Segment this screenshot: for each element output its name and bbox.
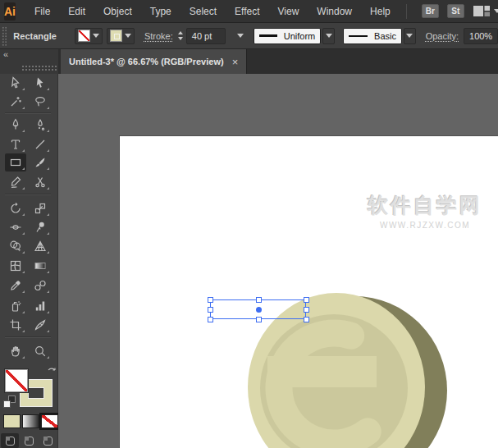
tool-selection[interactable] [5, 74, 26, 92]
blend-tool-icon [34, 279, 47, 292]
opacity-label[interactable]: Opacity: [426, 31, 459, 41]
tool-puppet-warp[interactable] [30, 218, 51, 236]
stroke-weight-label[interactable]: Stroke: [144, 31, 173, 41]
tool-column-graph[interactable] [30, 297, 51, 315]
fill-color-control[interactable] [75, 28, 103, 44]
tool-paintbrush[interactable] [30, 153, 51, 171]
document-tab[interactable]: Untitled-3* @ 66.67% (RGB/Preview) × [61, 49, 247, 74]
selection-handle-middle-right[interactable] [304, 307, 309, 313]
selection-marquee[interactable] [210, 299, 306, 319]
tool-shaper[interactable] [5, 173, 26, 191]
menu-select[interactable]: Select [180, 0, 226, 23]
selection-handle-middle-left[interactable] [208, 307, 213, 313]
menu-window[interactable]: Window [308, 0, 361, 23]
tool-shape-builder[interactable] [5, 237, 26, 255]
tool-symbol-sprayer[interactable] [5, 297, 26, 315]
control-bar: Rectangle Stroke: 40 pt Uniform Basic [0, 23, 498, 49]
menu-edit[interactable]: Edit [59, 0, 94, 23]
width-profile-dropdown-button[interactable] [322, 28, 335, 44]
menu-type[interactable]: Type [141, 0, 180, 23]
selection-handle-top-left[interactable] [208, 297, 213, 303]
tool-lasso[interactable] [30, 93, 51, 111]
active-tool-label: Rectangle [13, 31, 57, 41]
app-logo: Ai [4, 2, 16, 21]
tool-pen[interactable] [5, 116, 26, 134]
default-fill-stroke-icon[interactable] [3, 395, 16, 408]
opacity-field[interactable]: 100% [464, 28, 498, 44]
draw-inside-mode[interactable] [39, 433, 57, 448]
shape-builder-tool-icon [9, 240, 22, 253]
swap-fill-stroke-icon[interactable] [47, 367, 57, 377]
menu-file[interactable]: File [25, 0, 59, 23]
menu-effect[interactable]: Effect [226, 0, 268, 23]
tool-line-segment[interactable] [30, 135, 51, 153]
stroke-weight-stepper[interactable] [178, 31, 183, 40]
gradient-button[interactable] [22, 414, 39, 428]
paintbrush-tool-icon [34, 156, 47, 169]
tab-close-icon[interactable]: × [232, 57, 239, 67]
brush-definition-dropdown[interactable]: Basic [343, 28, 402, 44]
selection-handle-bottom-left[interactable] [208, 317, 213, 322]
width-profile-value: Uniform [284, 31, 316, 41]
tool-blend[interactable] [30, 277, 51, 295]
toolbar-panel-header: « [0, 49, 58, 74]
rectangle-tool-icon [9, 156, 22, 169]
menu-list: File Edit Object Type Select Effect View… [25, 0, 400, 23]
none-button[interactable] [41, 414, 58, 428]
tool-scissors[interactable] [30, 173, 51, 191]
tool-curvature[interactable] [30, 116, 51, 134]
artboard[interactable]: 软件自学网 WWW.RJZXW.COM [119, 135, 498, 448]
tool-scale[interactable] [30, 199, 51, 217]
color-button[interactable] [3, 414, 21, 428]
selection-handle-bottom-right[interactable] [304, 317, 309, 322]
tool-rectangle[interactable] [5, 153, 26, 171]
symbol-sprayer-tool-icon [9, 299, 22, 313]
draw-normal-mode[interactable] [1, 433, 19, 448]
stroke-weight-dropdown-icon[interactable] [237, 34, 244, 38]
stock-button[interactable]: St [447, 4, 464, 18]
draw-behind-mode[interactable] [20, 433, 38, 448]
menu-view[interactable]: View [269, 0, 308, 23]
stroke-weight-field[interactable]: 40 pt [186, 28, 226, 44]
bridge-button[interactable]: Br [422, 4, 439, 18]
hand-tool-icon [9, 345, 22, 358]
selection-center-point[interactable] [256, 307, 262, 313]
tool-gradient[interactable] [30, 257, 51, 275]
chevron-down-icon [125, 34, 131, 38]
tool-slice[interactable] [30, 316, 51, 334]
tool-rotate[interactable] [5, 199, 26, 217]
selection-handle-top-center[interactable] [256, 297, 262, 303]
tool-magic-wand[interactable] [5, 93, 26, 111]
shaper-tool-icon [9, 176, 22, 189]
fill-proxy-swatch[interactable] [5, 369, 28, 392]
document-tab-row: « Untitled-3* @ 66.67% (RGB/Preview) × [0, 49, 498, 74]
tool-perspective-grid[interactable] [30, 237, 51, 255]
tool-direct-selection[interactable] [30, 74, 51, 92]
tool-artboard[interactable] [5, 316, 26, 334]
tools-panel [0, 74, 58, 448]
toolbar-grip-handle[interactable] [21, 65, 57, 71]
illustrator-window: Ai File Edit Object Type Select Effect V… [0, 0, 498, 448]
brush-definition-dropdown-button[interactable] [404, 28, 416, 44]
tool-eyedropper[interactable] [5, 277, 26, 295]
tool-type[interactable] [5, 135, 26, 153]
control-bar-grip[interactable] [2, 26, 7, 46]
selection-handle-bottom-center[interactable] [256, 317, 262, 322]
tool-mesh[interactable] [5, 257, 26, 275]
width-tool-icon [9, 221, 22, 234]
menu-help[interactable]: Help [361, 0, 400, 23]
puppet-warp-pin-icon [34, 221, 47, 234]
chevron-down-icon [406, 34, 413, 38]
stroke-color-control[interactable] [107, 28, 135, 44]
canvas-pasteboard[interactable]: 软件自学网 WWW.RJZXW.COM [58, 74, 498, 448]
workspace-switcher[interactable] [473, 5, 498, 17]
width-profile-dropdown[interactable]: Uniform [254, 28, 321, 44]
toolbar-divider [5, 336, 51, 337]
tool-width[interactable] [5, 218, 26, 236]
brush-definition-value: Basic [374, 31, 396, 41]
menu-object[interactable]: Object [94, 0, 141, 23]
tool-zoom[interactable] [30, 342, 51, 360]
tool-hand[interactable] [5, 342, 26, 360]
toolbar-collapse-button[interactable]: « [3, 49, 8, 59]
selection-handle-top-right[interactable] [304, 297, 309, 303]
